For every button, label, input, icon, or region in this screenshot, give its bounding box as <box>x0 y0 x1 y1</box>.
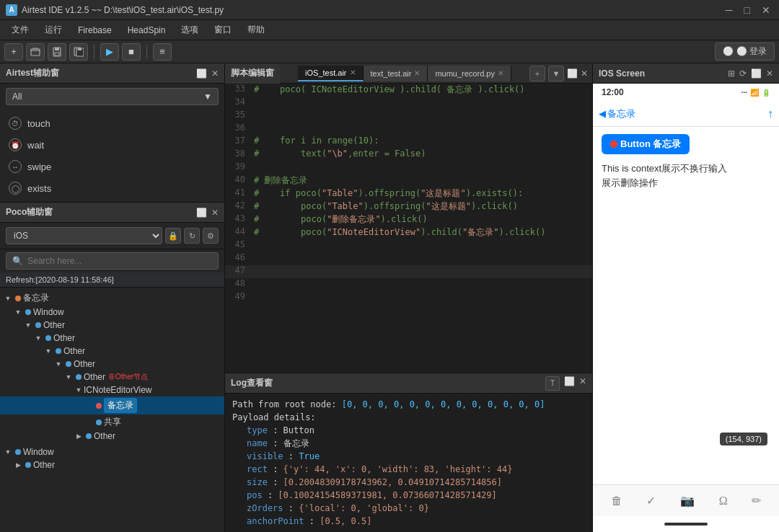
ios-rotate-btn[interactable]: ⟳ <box>739 68 747 79</box>
tab-text-test[interactable]: text_test.air ✕ <box>364 66 428 81</box>
tree-arrow-other2[interactable]: ▼ <box>23 320 33 330</box>
tree-arrow-other7[interactable]: ▶ <box>74 431 84 441</box>
ios-screen-panel: IOS Screen ⊞ ⟳ ⬜ ✕ 12:00 ··· 📶 🔋 ◀ <box>593 63 779 532</box>
login-button[interactable]: ⚪ ⚪ 登录 <box>715 43 775 61</box>
ios-trash-icon[interactable]: 🗑 <box>608 492 625 510</box>
ios-close-btn[interactable]: ✕ <box>766 68 773 79</box>
log-close-btn[interactable]: ✕ <box>579 376 586 391</box>
ios-back-button[interactable]: ◀ 备忘录 <box>599 107 635 120</box>
tab-mumu-record-close[interactable]: ✕ <box>498 69 503 77</box>
log-field-rect: rect : {'y': 44, 'x': 0, 'width': 83, 'h… <box>232 463 585 476</box>
tree-arrow-window1[interactable]: ▼ <box>13 307 23 317</box>
poco-expand-btn[interactable]: ⬜ <box>196 208 207 218</box>
tree-item-other4[interactable]: ▼ Other <box>0 345 224 358</box>
script-panel-expand-btn[interactable]: ⬜ <box>567 68 578 79</box>
tree-item-window2[interactable]: ▼ Window <box>0 445 224 458</box>
menu-run[interactable]: 运行 <box>38 21 69 39</box>
ios-screen-controls: ⊞ ⟳ ⬜ ✕ <box>728 68 773 79</box>
poco-panel: Poco辅助窗 ⬜ ✕ iOS Android 🔒 ↻ ⚙ 🔍 Refresh: <box>0 203 224 532</box>
menu-firebase[interactable]: Firebase <box>71 22 119 38</box>
tree-arrow-other-w2[interactable]: ▶ <box>13 460 23 470</box>
tree-item-other6[interactable]: ▼ Other 非Other节点 <box>0 371 224 384</box>
menu-headspin[interactable]: HeadSpin <box>120 22 173 38</box>
tree-item-other2[interactable]: ▼ Other <box>0 319 224 332</box>
ios-screen-content: 12:00 ··· 📶 🔋 ◀ 备忘录 ↑ <box>593 84 779 532</box>
toolbar-devices[interactable]: ≡ <box>153 43 172 61</box>
ios-expand-btn[interactable]: ⬜ <box>751 68 762 79</box>
window-controls: ─ □ ✕ <box>723 4 773 16</box>
poco-refresh-btn[interactable]: ↻ <box>184 228 200 244</box>
tree-label-note-selected: 备忘录 <box>104 398 137 413</box>
tab-menu-btn[interactable]: ▼ <box>548 66 564 81</box>
airtest-expand-btn[interactable]: ⬜ <box>196 68 207 79</box>
airtest-item-touch[interactable]: ⏱ touch <box>0 112 224 134</box>
poco-settings-btn[interactable]: ⚙ <box>203 228 219 244</box>
poco-tree: ▼ 备忘录 ▼ Window ▼ Other ▼ <box>0 288 224 532</box>
airtest-item-wait[interactable]: ⏰ wait <box>0 134 224 156</box>
tree-arrow-other5[interactable]: ▼ <box>53 359 63 369</box>
log-filter-btn[interactable]: T <box>545 376 560 391</box>
menu-window[interactable]: 窗口 <box>207 21 239 39</box>
tree-item-window1[interactable]: ▼ Window <box>0 306 224 319</box>
airtest-item-swipe[interactable]: ↔ swipe <box>0 156 224 177</box>
airtest-dropdown[interactable]: All ▼ <box>6 88 219 105</box>
minimize-button[interactable]: ─ <box>723 4 736 16</box>
tree-item-beizhilu[interactable]: ▼ 备忘录 <box>0 291 224 306</box>
tree-arrow-other6[interactable]: ▼ <box>63 372 74 382</box>
code-editor[interactable]: 33 # poco( ICNoteEditorView ).child( 备忘录… <box>225 84 592 373</box>
toolbar-new[interactable]: + <box>4 43 23 61</box>
ios-button-element[interactable]: Button 备忘录 <box>602 134 690 154</box>
ios-dots-icon: ··· <box>741 89 747 97</box>
title-bar: A Airtest IDE v1.2.5 ~~ D:\test\iOS_test… <box>0 0 779 20</box>
toolbar-save-all[interactable] <box>69 43 88 61</box>
ios-share-btn[interactable]: ↑ <box>767 107 773 120</box>
menu-help[interactable]: 帮助 <box>240 21 272 39</box>
tree-item-other3[interactable]: ▼ Other <box>0 332 224 345</box>
tree-arrow-icnote[interactable]: ▼ <box>74 385 84 395</box>
maximize-button[interactable]: □ <box>741 4 753 16</box>
ios-check-icon[interactable]: ✓ <box>643 491 659 510</box>
tree-arrow-beizhilu[interactable]: ▼ <box>3 293 13 303</box>
tab-mumu-record[interactable]: mumu_record.py ✕ <box>428 66 511 81</box>
ios-camera-icon[interactable]: 📷 <box>677 491 697 510</box>
menu-options[interactable]: 选项 <box>174 21 206 39</box>
log-content: Path from root node: [0, 0, 0, 0, 0, 0, … <box>225 394 592 532</box>
toolbar-save[interactable] <box>48 43 66 61</box>
tab-text-test-close[interactable]: ✕ <box>414 69 420 77</box>
ios-time: 12:00 <box>602 87 624 97</box>
tab-ios-test[interactable]: iOS_test.air ✕ <box>298 66 363 81</box>
toolbar-run[interactable]: ▶ <box>100 43 119 61</box>
ios-compose-icon[interactable]: Ω <box>716 492 731 510</box>
poco-platform-select[interactable]: iOS Android <box>6 227 162 244</box>
code-line-48: 48 <box>225 278 592 291</box>
toolbar-open[interactable] <box>26 43 45 61</box>
poco-search-input[interactable] <box>27 256 212 266</box>
ios-grid-btn[interactable]: ⊞ <box>728 68 735 79</box>
airtest-list: ⏱ touch ⏰ wait ↔ swipe ◯ exists <box>0 110 224 202</box>
tree-item-other-w2[interactable]: ▶ Other <box>0 458 224 471</box>
tree-item-other5[interactable]: ▼ Other <box>0 358 224 371</box>
log-expand-btn[interactable]: ⬜ <box>564 376 575 391</box>
airtest-item-exists[interactable]: ◯ exists <box>0 177 224 199</box>
tree-item-icnote[interactable]: ▼ ICNoteEditorView <box>0 384 224 396</box>
tree-arrow-other3[interactable]: ▼ <box>33 333 43 343</box>
menu-file[interactable]: 文件 <box>4 21 36 39</box>
airtest-dropdown-arrow: ▼ <box>203 92 212 102</box>
script-panel-close-btn[interactable]: ✕ <box>581 68 588 79</box>
toolbar-stop[interactable]: ■ <box>122 43 141 61</box>
ios-edit-icon[interactable]: ✏ <box>749 491 764 510</box>
poco-close-btn[interactable]: ✕ <box>211 208 219 218</box>
tree-item-other7[interactable]: ▶ Other <box>0 430 224 443</box>
add-tab-btn[interactable]: + <box>529 66 545 81</box>
log-field-type: type : Button <box>232 424 585 437</box>
airtest-close-btn[interactable]: ✕ <box>211 68 219 79</box>
poco-lock-btn[interactable]: 🔒 <box>165 228 181 244</box>
tree-arrow-window2[interactable]: ▼ <box>3 447 13 457</box>
code-line-46: 46 <box>225 252 592 265</box>
tree-arrow-other4[interactable]: ▼ <box>43 346 53 356</box>
tree-item-note-selected[interactable]: ▶ 备忘录 <box>0 396 224 414</box>
tree-item-share[interactable]: ▶ 共享 <box>0 414 224 430</box>
tab-ios-test-close[interactable]: ✕ <box>350 68 356 76</box>
log-sep-rect: : <box>273 464 283 474</box>
close-button[interactable]: ✕ <box>759 4 773 16</box>
